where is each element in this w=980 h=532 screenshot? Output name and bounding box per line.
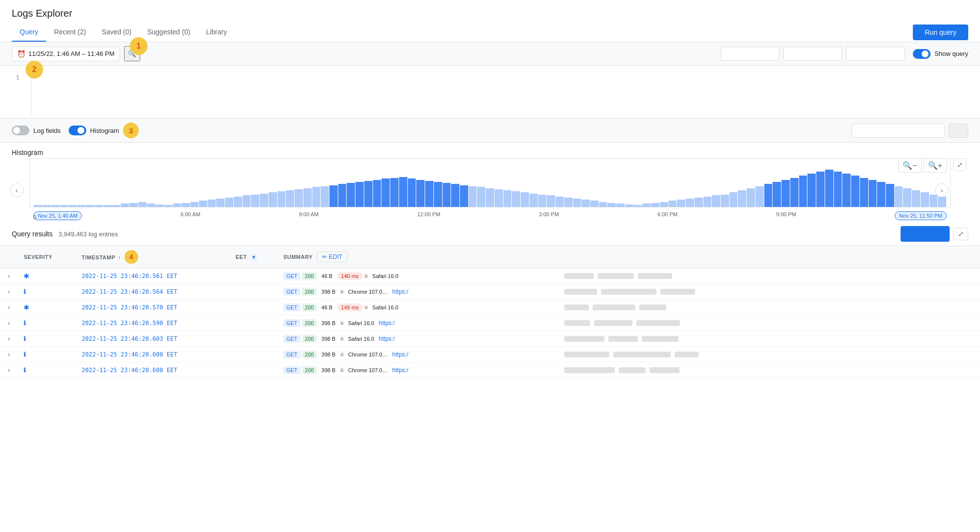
zoom-out-button[interactable]: 🔍− <box>898 158 921 173</box>
histogram-bar <box>243 195 251 207</box>
extra-url: https:/ <box>392 367 408 374</box>
histogram-bar <box>277 191 286 207</box>
clock-icon: ⏰ <box>17 50 25 58</box>
run-query-button[interactable]: Run query <box>913 25 968 40</box>
nav-right-button[interactable]: › <box>935 183 949 197</box>
results-header: Query results 3,949,463 log entries ⤢ <box>0 222 980 246</box>
histogram-bar <box>43 205 51 207</box>
expand-row-button[interactable]: › <box>6 303 12 312</box>
view-dropdown[interactable] <box>949 124 968 138</box>
summary-cell: GET 200 398 B ≡ Safari 16.0 https:/ <box>277 315 558 331</box>
histogram-bar <box>869 180 877 207</box>
histogram-bar <box>590 201 599 207</box>
severity-info-icon: ℹ <box>24 335 26 342</box>
histogram-label: Histogram <box>90 127 119 134</box>
histogram-bar <box>329 185 338 207</box>
size-tag: 398 B <box>319 319 339 327</box>
col-timestamp-header[interactable]: TIMESTAMP ↑ 4 <box>76 246 230 268</box>
histogram-bar <box>69 205 77 207</box>
log-fields-toggle[interactable] <box>12 126 29 135</box>
histogram-bar <box>251 195 259 207</box>
histogram-bar <box>512 191 520 207</box>
menu-icon: ≡ <box>340 367 344 374</box>
expand-row-button[interactable]: › <box>6 318 12 328</box>
menu-icon: ≡ <box>340 288 344 295</box>
eet-cell <box>230 331 277 347</box>
summary-cell: GET 200 398 B ≡ Chrome 107.0… https:/ <box>277 284 558 300</box>
controls-bar: Log fields Histogram 3 <box>0 119 980 143</box>
histogram-bar <box>842 174 851 207</box>
timestamp-cell: 2022-11-25 23:46:20.590 EET <box>76 315 230 331</box>
extra-url: https:/ <box>392 288 408 295</box>
redacted-content <box>650 367 679 373</box>
histogram-bar <box>634 205 642 207</box>
timestamp-cell: 2022-11-25 23:46:20.608 EET <box>76 347 230 362</box>
histogram-toggle[interactable] <box>69 126 86 135</box>
axis-6am: 6:00 AM <box>180 211 200 220</box>
histogram-bar <box>816 172 825 207</box>
table-row: ›✱2022-11-25 23:46:20.570 EETGET 200 46 … <box>0 300 980 315</box>
summary-cell: GET 200 46 B 149 ms ≡ Safari 16.0 <box>277 300 558 315</box>
tab-query[interactable]: Query <box>12 23 46 42</box>
histogram-bar <box>686 199 694 207</box>
redacted-cell <box>558 268 980 284</box>
histogram-bar <box>747 188 755 207</box>
redacted-content <box>564 336 604 342</box>
status-tag: 200 <box>302 288 317 296</box>
show-query-toggle[interactable] <box>913 49 930 59</box>
redacted-content <box>598 273 634 279</box>
expand-row-button[interactable]: › <box>6 334 12 343</box>
tab-suggested[interactable]: Suggested (0) <box>139 23 198 42</box>
zoom-in-button[interactable]: 🔍+ <box>924 158 947 173</box>
download-button[interactable] <box>901 226 950 242</box>
histogram-bar <box>390 178 399 207</box>
severity-dropdown[interactable] <box>846 47 905 61</box>
expand-row-button[interactable]: › <box>6 287 12 296</box>
histogram-bar <box>712 195 720 207</box>
col-eet-header[interactable]: EET ▾ <box>230 246 277 268</box>
col-severity-header[interactable]: SEVERITY <box>18 246 75 268</box>
histogram-bar <box>564 198 573 207</box>
expand-results-button[interactable]: ⤢ <box>954 228 968 240</box>
time-range-label: 11/25/22, 1:46 AM – 11:46 PM <box>28 50 115 57</box>
expand-row-button[interactable]: › <box>6 350 12 359</box>
eet-cell <box>230 362 277 378</box>
table-row: ›✱2022-11-25 23:46:20.561 EETGET 200 46 … <box>0 268 980 284</box>
col-summary-header: SUMMARY ✏ EDIT <box>277 246 558 268</box>
histogram-bar <box>469 186 477 207</box>
nav-left-button[interactable]: ‹ <box>10 183 24 197</box>
histogram-bar <box>286 190 294 207</box>
severity-star-icon: ✱ <box>24 272 29 280</box>
results-count: 3,949,463 log entries <box>58 230 118 238</box>
time-tag: 149 ms <box>337 304 363 311</box>
tab-recent[interactable]: Recent (2) <box>46 23 94 42</box>
histogram-bar <box>416 180 425 207</box>
tab-saved[interactable]: Saved (0) <box>94 23 139 42</box>
log-name-dropdown[interactable] <box>783 47 842 61</box>
expand-row-button[interactable]: › <box>6 271 12 280</box>
query-editor[interactable] <box>37 72 962 111</box>
search-input[interactable] <box>144 50 717 57</box>
histogram-bar <box>347 183 355 207</box>
histogram-bar <box>807 174 816 207</box>
redacted-content <box>564 289 597 295</box>
axis-9am: 9:00 AM <box>299 211 319 220</box>
expand-row-button[interactable]: › <box>6 365 12 375</box>
filter-input[interactable] <box>852 124 945 138</box>
size-tag: 398 B <box>319 351 339 358</box>
resource-dropdown[interactable] <box>721 47 779 61</box>
browser-tag: Safari 16.0 <box>345 319 377 327</box>
time-range-button[interactable]: ⏰ 11/25/22, 1:46 AM – 11:46 PM <box>12 47 120 61</box>
edit-button[interactable]: ✏ EDIT <box>317 252 348 262</box>
expand-histogram-button[interactable]: ⤢ <box>954 158 966 171</box>
histogram-bar <box>147 203 155 207</box>
tab-library[interactable]: Library <box>198 23 235 42</box>
histogram-bar <box>895 186 903 207</box>
redacted-content <box>675 352 699 357</box>
histogram-bar <box>95 205 103 207</box>
histogram-bar <box>851 176 859 207</box>
editor-area: 2 1 <box>0 66 980 119</box>
summary-cell: GET 200 398 B ≡ Safari 16.0 https:/ <box>277 331 558 347</box>
browser-tag: Chrome 107.0… <box>345 366 391 374</box>
histogram-bar <box>60 205 68 207</box>
